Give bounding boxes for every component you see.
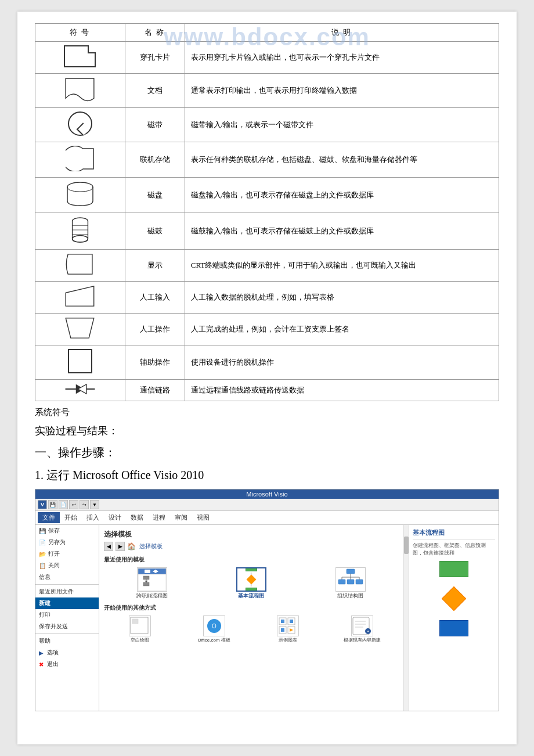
menu-item-home[interactable]: 开始 bbox=[60, 512, 82, 523]
close-label: 关闭 bbox=[48, 561, 60, 570]
visio-main-area: 选择模板 ◀ ▶ 🏠 选择模板 最近使用的模板 bbox=[99, 525, 403, 711]
svg-text:O: O bbox=[212, 623, 217, 629]
svg-point-2 bbox=[72, 236, 88, 243]
thumb-flowchart bbox=[246, 567, 257, 592]
left-item-exit[interactable]: ✖ 退出 bbox=[35, 658, 99, 670]
left-separator bbox=[35, 584, 99, 585]
other-method-blank[interactable]: 空白绘图 bbox=[104, 615, 176, 643]
symbol-cell-manual-input bbox=[35, 282, 125, 314]
nav-back-btn[interactable]: ◀ bbox=[104, 542, 113, 551]
name-cell-online-storage: 联机存储 bbox=[125, 142, 185, 178]
exit-icon: ✖ bbox=[39, 661, 44, 668]
left-separator2 bbox=[35, 633, 99, 634]
template-thumb-basic-flow bbox=[236, 567, 266, 592]
open-icon: 📂 bbox=[39, 551, 46, 557]
other-method-thumb-sample bbox=[277, 615, 299, 636]
svg-rect-26 bbox=[347, 579, 354, 584]
menu-item-file[interactable]: 文件 bbox=[38, 512, 60, 523]
visio-icon-v[interactable]: V bbox=[38, 500, 47, 509]
left-item-open[interactable]: 📂 打开 bbox=[35, 548, 99, 560]
menu-item-view[interactable]: 视图 bbox=[192, 512, 214, 523]
desc-cell-disk: 磁盘输入/输出，也可表示存储在磁盘上的文件或数据库 bbox=[185, 178, 499, 213]
thumb-fc-rect2 bbox=[246, 588, 257, 592]
visio-scrollbar[interactable] bbox=[403, 525, 409, 711]
template-item-basic-flow[interactable]: 基本流程图 bbox=[203, 567, 299, 599]
other-method-thumb-blank bbox=[129, 615, 151, 636]
desc-cell-display: CRT终端或类似的显示部件，可用于输入或输出，也可既输入又输出 bbox=[185, 250, 499, 282]
left-item-print[interactable]: 打印 bbox=[35, 609, 99, 621]
left-item-help[interactable]: 帮助 bbox=[35, 635, 99, 647]
left-item-options[interactable]: ▶ 选项 bbox=[35, 647, 99, 658]
symbol-cell-auxiliary bbox=[35, 345, 125, 380]
visio-icon-undo[interactable]: ↩ bbox=[69, 500, 78, 509]
visio-body: 💾 保存 📄 另存为 📂 打开 📋 关闭 信息 bbox=[35, 525, 499, 711]
shape-rect-blue bbox=[439, 620, 468, 636]
online-storage-symbol bbox=[66, 146, 95, 171]
menu-item-design[interactable]: 设计 bbox=[104, 512, 126, 523]
nav-forward-btn[interactable]: ▶ bbox=[116, 542, 125, 551]
table-row: 联机存储 表示任何种类的联机存储，包括磁盘、磁鼓、软盘和海量存储器件等 bbox=[35, 142, 499, 178]
left-item-new[interactable]: 新建 bbox=[35, 597, 99, 609]
symbol-cell-magnetic-tape bbox=[35, 108, 125, 142]
open-label: 打开 bbox=[48, 550, 60, 558]
visio-icon-save[interactable]: 💾 bbox=[48, 500, 57, 509]
menu-item-process[interactable]: 进程 bbox=[148, 512, 170, 523]
name-cell-manual-input: 人工输入 bbox=[125, 282, 185, 314]
svg-text:+: + bbox=[367, 629, 370, 634]
col-header-name: 名 称 bbox=[125, 24, 185, 42]
template-thumb-org-chart bbox=[335, 567, 366, 592]
svg-rect-37 bbox=[290, 620, 293, 623]
scrollbar-thumb[interactable] bbox=[404, 537, 409, 554]
save-icon: 💾 bbox=[39, 528, 46, 534]
col-header-symbol: 符 号 bbox=[35, 24, 125, 42]
other-method-label-office: Office.com 模板 bbox=[178, 638, 250, 643]
manual-input-symbol bbox=[64, 285, 96, 307]
left-item-save-as[interactable]: 📄 另存为 bbox=[35, 537, 99, 548]
menu-item-insert[interactable]: 插入 bbox=[82, 512, 104, 523]
visio-icon-redo[interactable]: ↪ bbox=[80, 500, 89, 509]
help-label: 帮助 bbox=[39, 637, 50, 645]
desc-cell-manual-op: 人工完成的处理，例如，会计在工资支票上签名 bbox=[185, 314, 499, 345]
desc-cell-document: 通常表示打印输出，也可表示用打印终端输入数据 bbox=[185, 74, 499, 108]
name-cell-manual-op: 人工操作 bbox=[125, 314, 185, 345]
symbol-cell-document bbox=[35, 74, 125, 108]
menu-item-review[interactable]: 审阅 bbox=[170, 512, 192, 523]
svg-rect-38 bbox=[281, 628, 284, 632]
other-method-label-sample: 示例图表 bbox=[252, 638, 324, 643]
visio-icon-more[interactable]: ▼ bbox=[90, 500, 99, 509]
punched-card-symbol bbox=[64, 45, 96, 67]
left-item-send[interactable]: 保存并发送 bbox=[35, 621, 99, 632]
table-row: 辅助操作 使用设备进行的脱机操作 bbox=[35, 345, 499, 380]
left-item-close[interactable]: 📋 关闭 bbox=[35, 560, 99, 571]
desc-cell-punched-card: 表示用穿孔卡片输入或输出，也可表示一个穿孔卡片文件 bbox=[185, 42, 499, 74]
other-method-sample[interactable]: 示例图表 bbox=[252, 615, 324, 643]
section-system: 系统符号 bbox=[35, 407, 499, 418]
template-home-label[interactable]: 选择模板 bbox=[139, 542, 163, 550]
table-row: 人工操作 人工完成的处理，例如，会计在工资支票上签名 bbox=[35, 314, 499, 345]
page-container: www.bdocx.com 符 号 名 称 说 明 穿孔卡片 表示用穿孔卡片输入… bbox=[17, 12, 517, 744]
left-item-recent[interactable]: 最近所用文件 bbox=[35, 586, 99, 597]
menu-item-data[interactable]: 数据 bbox=[126, 512, 148, 523]
template-item-cross-func[interactable]: 跨职能流程图 bbox=[104, 567, 200, 599]
thumb-fc-rect1 bbox=[246, 567, 257, 571]
template-label-cross-func: 跨职能流程图 bbox=[104, 593, 200, 599]
left-item-info[interactable]: 信息 bbox=[35, 571, 99, 583]
document-symbol bbox=[64, 77, 96, 102]
template-item-org-chart[interactable]: 组织结构图 bbox=[302, 567, 398, 599]
visio-icon-save2[interactable]: 📄 bbox=[59, 500, 68, 509]
left-item-save[interactable]: 💾 保存 bbox=[35, 525, 99, 537]
close-doc-icon: 📋 bbox=[39, 563, 46, 569]
magnetic-tape-symbol bbox=[68, 111, 92, 136]
select-template-label: 选择模板 bbox=[104, 530, 398, 539]
table-row: 通信链路 通过远程通信线路或链路传送数据 bbox=[35, 380, 499, 401]
other-method-office[interactable]: O Office.com 模板 bbox=[178, 615, 250, 643]
symbols-table: 符 号 名 称 说 明 穿孔卡片 表示用穿孔卡片输入或输出，也可表示一个穿孔卡片… bbox=[35, 23, 499, 401]
section-experiment: 实验过程与结果： bbox=[35, 424, 499, 438]
name-cell-disk: 磁盘 bbox=[125, 178, 185, 213]
symbol-cell-online-storage bbox=[35, 142, 125, 178]
other-method-from-existing[interactable]: + 根据现有内容新建 bbox=[326, 615, 398, 643]
name-cell-display: 显示 bbox=[125, 250, 185, 282]
svg-rect-15 bbox=[143, 576, 149, 579]
template-nav: ◀ ▶ 🏠 选择模板 bbox=[104, 542, 398, 551]
symbol-cell-communication bbox=[35, 380, 125, 401]
